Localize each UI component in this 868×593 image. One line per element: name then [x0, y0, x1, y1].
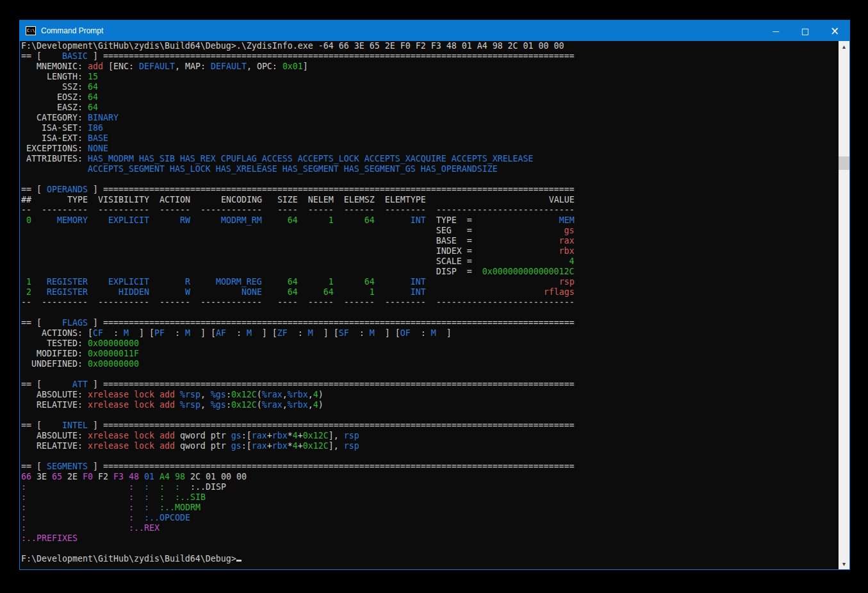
console-line: F:\Development\GitHub\zydis\Build64\Debu… — [21, 554, 838, 564]
console-line — [21, 308, 838, 318]
console-line — [21, 410, 838, 421]
console-line — [21, 174, 838, 185]
cmd-icon: C:\ — [26, 26, 36, 35]
console-line: 66 3E 65 2E F0 F2 F3 48 01 A4 98 2C 01 0… — [21, 472, 838, 482]
desktop: { "colors": { "w": "#CCCCCC", "b": "#327… — [0, 0, 868, 593]
console-output: F:\Development\GitHub\zydis\Build64\Debu… — [21, 41, 838, 569]
console-line: TESTED: 0x00000000 — [21, 338, 838, 349]
console-line: -- --------- ---------- ------ ---------… — [21, 205, 838, 215]
cmd-icon-text: C:\ — [27, 28, 35, 33]
console-line: -- --------- ---------- ------ ---------… — [21, 297, 838, 308]
console-line: == [ FLAGS ] ===========================… — [21, 318, 838, 328]
window-title: Command Prompt — [41, 26, 103, 35]
console-line: == [ INTEL ] ===========================… — [21, 421, 838, 431]
console-line: SCALE = 4 — [21, 256, 838, 267]
console-line — [21, 369, 838, 380]
console-line: ACTIONS: [CF : M ] [PF : M ] [AF : M ] [… — [21, 328, 838, 338]
close-button[interactable]: × — [820, 21, 849, 41]
scroll-down-button[interactable]: ▾ — [839, 558, 849, 569]
console-line: : : : : : :..DISP — [21, 482, 838, 492]
scroll-down-icon: ▾ — [842, 560, 846, 567]
console-line: ACCEPTS_SEGMENT HAS_LOCK HAS_XRELEASE HA… — [21, 164, 838, 174]
maximize-button[interactable]: □ — [790, 21, 820, 41]
console-line: 2 REGISTER HIDDEN W NONE 64 64 1 INT rfl… — [21, 287, 838, 297]
console-line: SEG = gs — [21, 226, 838, 236]
console-line: F:\Development\GitHub\zydis\Build64\Debu… — [21, 41, 838, 51]
console-line — [21, 544, 838, 554]
console-line: EXCEPTIONS: NONE — [21, 144, 838, 154]
console-line: ISA-EXT: BASE — [21, 133, 838, 144]
console-line: :..PREFIXES — [21, 533, 838, 544]
console-line: 1 REGISTER EXPLICIT R MODRM_REG 64 1 64 … — [21, 277, 838, 287]
close-icon: × — [830, 24, 839, 37]
console-line: BASE = rax — [21, 236, 838, 246]
console-line: == [ SEGMENTS ] ========================… — [21, 462, 838, 472]
text-cursor — [236, 560, 242, 562]
titlebar[interactable]: C:\ Command Prompt — □ × — [20, 21, 849, 41]
console-line: : : : : :..SIB — [21, 492, 838, 503]
console-line: ATTRIBUTES: HAS_MODRM HAS_SIB HAS_REX CP… — [21, 154, 838, 164]
console-line: CATEGORY: BINARY — [21, 113, 838, 123]
maximize-icon: □ — [801, 26, 809, 36]
console-line: MODIFIED: 0x0000011F — [21, 349, 838, 359]
console-line: SSZ: 64 — [21, 82, 838, 92]
minimize-button[interactable]: — — [761, 21, 790, 41]
console-line: ISA-SET: I86 — [21, 123, 838, 133]
scrollbar[interactable]: ▴ ▾ — [839, 41, 849, 569]
console-viewport[interactable]: F:\Development\GitHub\zydis\Build64\Debu… — [20, 41, 849, 569]
console-line: UNDEFINED: 0x00000000 — [21, 359, 838, 369]
console-line: DISP = 0x000000000000012C — [21, 267, 838, 277]
console-line: : : : :..MODRM — [21, 503, 838, 513]
scrollbar-thumb[interactable] — [839, 156, 849, 170]
console-line — [21, 451, 838, 462]
minimize-icon: — — [773, 27, 780, 35]
console-line: RELATIVE: xrelease lock add %rsp, %gs:0x… — [21, 400, 838, 410]
console-line: EOSZ: 64 — [21, 92, 838, 103]
console-line: == [ OPERANDS ] ========================… — [21, 185, 838, 195]
console-line: INDEX = rbx — [21, 246, 838, 256]
console-line: EASZ: 64 — [21, 103, 838, 113]
console-line: : :..REX — [21, 523, 838, 533]
window-controls: — □ × — [761, 21, 849, 41]
console-line: MNEMONIC: add [ENC: DEFAULT, MAP: DEFAUL… — [21, 62, 838, 72]
console-line: : : :..OPCODE — [21, 513, 838, 523]
console-line: == [ BASIC ] ===========================… — [21, 51, 838, 62]
command-prompt-window: C:\ Command Prompt — □ × F:\Development\… — [19, 20, 850, 570]
console-line: 0 MEMORY EXPLICIT RW MODRM_RM 64 1 64 IN… — [21, 215, 838, 226]
scroll-up-button[interactable]: ▴ — [839, 41, 849, 52]
console-line: ABSOLUTE: xrelease lock add qword ptr gs… — [21, 431, 838, 441]
console-line: ## TYPE VISIBILITY ACTION ENCODING SIZE … — [21, 195, 838, 205]
console-line: ABSOLUTE: xrelease lock add %rsp, %gs:0x… — [21, 390, 838, 400]
console-line: == [ ATT ] =============================… — [21, 380, 838, 390]
console-line: LENGTH: 15 — [21, 72, 838, 82]
console-line: RELATIVE: xrelease lock add qword ptr gs… — [21, 441, 838, 451]
scroll-up-icon: ▴ — [842, 43, 846, 50]
